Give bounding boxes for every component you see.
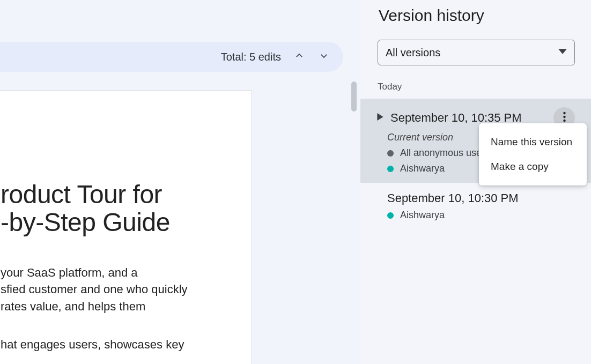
version-filter-dropdown[interactable]: All versions: [378, 40, 575, 65]
edits-count-label: Total: 5 edits: [221, 51, 281, 63]
menu-item-name-version[interactable]: Name this version: [479, 130, 587, 154]
triangle-right-icon[interactable]: [376, 113, 384, 123]
caret-down-icon: [558, 47, 567, 58]
svg-point-2: [563, 120, 565, 122]
menu-item-make-copy[interactable]: Make a copy: [479, 154, 587, 179]
editor-row: Aishwarya: [387, 210, 575, 221]
document-area: Total: 5 edits roduct Tour for -by-Step …: [0, 0, 360, 364]
date-group-label: Today: [378, 81, 402, 92]
editor-color-dot: [387, 150, 394, 157]
svg-point-1: [563, 116, 565, 118]
more-vert-icon: [563, 112, 566, 124]
document-page: roduct Tour for -by-Step Guide your SaaS…: [0, 90, 252, 364]
editor-color-dot: [387, 212, 394, 219]
svg-point-0: [563, 112, 565, 114]
chevron-up-icon: [294, 51, 304, 63]
editor-name: Aishwarya: [400, 163, 445, 174]
version-context-menu: Name this version Make a copy: [479, 123, 587, 185]
next-edit-button[interactable]: [314, 47, 334, 66]
prev-edit-button[interactable]: [290, 47, 309, 66]
editor-name: All anonymous users: [400, 147, 490, 159]
filter-selected-label: All versions: [386, 47, 558, 59]
editor-color-dot: [387, 166, 394, 172]
edits-summary-bar: Total: 5 edits: [0, 42, 343, 72]
chevron-down-icon: [319, 51, 329, 63]
version-details: Aishwarya: [387, 210, 575, 221]
version-header: September 10, 10:30 PM: [387, 191, 575, 205]
scrollbar-thumb[interactable]: [351, 81, 357, 112]
editor-name: Aishwarya: [400, 210, 445, 221]
version-timestamp: September 10, 10:30 PM: [387, 191, 575, 205]
document-title: roduct Tour for -by-Step Guide: [1, 181, 219, 236]
version-entry[interactable]: September 10, 10:30 PM Aishwarya: [360, 183, 591, 229]
document-paragraph: hat engages users, showcases key: [1, 336, 219, 353]
document-paragraph: your SaaS platform, and a sfied customer…: [1, 264, 219, 315]
panel-title: Version history: [379, 6, 484, 25]
